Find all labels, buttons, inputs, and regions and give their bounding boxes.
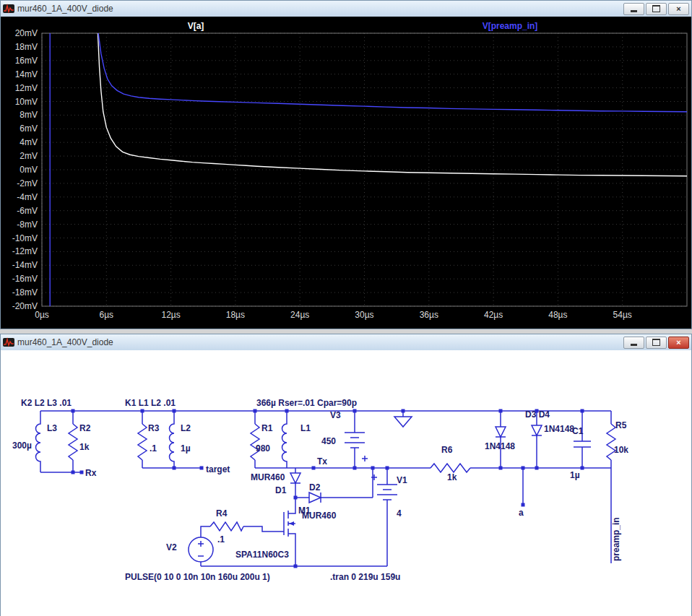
y-tick-label[interactable]: 10mV: [15, 97, 38, 107]
directive-pulse[interactable]: PULSE(0 10 0 10n 10n 160u 200u 1): [125, 572, 270, 582]
label-d1-model[interactable]: MUR460: [251, 472, 285, 482]
y-tick-label[interactable]: 18mV: [15, 42, 38, 52]
y-tick-label[interactable]: -10mV: [12, 233, 38, 243]
label-l2[interactable]: L2: [181, 423, 191, 433]
y-tick-label[interactable]: -16mV: [12, 274, 38, 284]
plot-titlebar[interactable]: mur460_1A_400V_diode ×: [1, 1, 691, 17]
y-tick-label[interactable]: 6mV: [20, 123, 38, 134]
minimize-button[interactable]: [623, 3, 644, 15]
net-stub-a[interactable]: a: [519, 468, 524, 518]
x-tick-label[interactable]: 36µs: [420, 310, 438, 320]
schematic-canvas[interactable]: K2 L2 L3 .01 K1 L1 L2 .01 366µ Rser=.01 …: [1, 350, 691, 616]
label-d3-model[interactable]: 1N4148: [485, 441, 515, 451]
x-tick-label[interactable]: 18µs: [226, 310, 245, 320]
label-l1[interactable]: L1: [300, 423, 311, 433]
waveform-plot-area[interactable]: 20mV18mV16mV14mV12mV10mV8mV6mV4mV2mV0mV-…: [1, 17, 691, 329]
x-tick-label[interactable]: 24µs: [290, 310, 309, 320]
y-tick-label[interactable]: 0mV: [20, 165, 38, 175]
label-m1-model[interactable]: SPA11N60C3: [235, 550, 289, 560]
voltage-source-V1[interactable]: V1 4: [371, 468, 407, 566]
y-tick-label[interactable]: 16mV: [15, 56, 38, 66]
x-tick-label[interactable]: 6µs: [100, 310, 114, 320]
inductor-L1[interactable]: L1: [282, 411, 311, 468]
close-button[interactable]: ×: [668, 3, 689, 15]
label-r3-value[interactable]: .1: [150, 443, 157, 454]
label-v2[interactable]: V2: [166, 542, 177, 552]
label-r3[interactable]: R3: [148, 423, 160, 433]
resistor-R5[interactable]: R5 10k: [607, 411, 628, 468]
y-tick-label[interactable]: -2mV: [17, 178, 38, 188]
y-tick-label[interactable]: -8mV: [17, 220, 38, 230]
plot-frame[interactable]: [42, 33, 687, 306]
label-c1[interactable]: C1: [572, 426, 584, 436]
y-tick-label[interactable]: 20mV: [15, 28, 38, 38]
net-label-rx[interactable]: Rx: [85, 468, 97, 478]
trace-label-preamp-in[interactable]: V[preamp_in]: [470, 21, 550, 31]
label-l1-params[interactable]: 366µ Rser=.01 Cpar=90p: [256, 398, 357, 408]
x-tick-label[interactable]: 54µs: [613, 310, 632, 320]
label-r1-value[interactable]: 980: [256, 443, 270, 454]
ground-symbol[interactable]: [394, 411, 412, 427]
y-tick-label[interactable]: 14mV: [15, 69, 38, 79]
net-label-a[interactable]: a: [519, 508, 524, 518]
diode-D1[interactable]: MUR460 D1: [251, 468, 300, 498]
net-label-preamp-in[interactable]: preamp_in: [611, 517, 621, 561]
label-r1[interactable]: R1: [261, 423, 273, 433]
net-label-tx[interactable]: Tx: [317, 456, 327, 467]
resistor-R6[interactable]: R6 1k: [431, 445, 470, 482]
schematic-canvas-area[interactable]: K2 L2 L3 .01 K1 L1 L2 .01 366µ Rser=.01 …: [1, 350, 691, 616]
close-button[interactable]: ×: [668, 337, 689, 349]
label-r5-value[interactable]: 10k: [614, 445, 628, 455]
y-tick-label[interactable]: -14mV: [12, 260, 38, 270]
inductor-L3[interactable]: L3 300µ: [12, 411, 57, 472]
label-v3[interactable]: V3: [330, 410, 341, 420]
y-tick-label[interactable]: 4mV: [20, 137, 38, 147]
label-r4-value[interactable]: .1: [217, 534, 225, 545]
x-tick-label[interactable]: 30µs: [355, 310, 373, 320]
label-d2[interactable]: D2: [309, 482, 321, 493]
label-d4-model[interactable]: 1N4148: [544, 424, 574, 434]
y-tick-label[interactable]: -6mV: [17, 206, 38, 216]
restore-button[interactable]: [646, 3, 667, 15]
net-label-target[interactable]: target: [206, 464, 230, 474]
x-tick-label[interactable]: 12µs: [161, 310, 180, 320]
diode-D3[interactable]: 1N4148: [485, 411, 515, 468]
label-r4[interactable]: R4: [216, 508, 228, 519]
minimize-button[interactable]: [623, 337, 644, 349]
x-tick-label[interactable]: 0µs: [35, 310, 49, 320]
y-tick-label[interactable]: 8mV: [20, 110, 38, 120]
label-l3[interactable]: L3: [47, 423, 57, 433]
resistor-R3[interactable]: R3 .1: [138, 411, 160, 468]
trace-label-va[interactable]: V[a]: [167, 21, 225, 31]
directive-k2[interactable]: K2 L2 L3 .01: [21, 398, 72, 408]
resistor-R2[interactable]: R2 1k: [69, 411, 91, 472]
wires[interactable]: [40, 411, 611, 566]
directive-tran[interactable]: .tran 0 219u 159u: [330, 572, 400, 582]
label-v1[interactable]: V1: [397, 475, 407, 485]
label-d1[interactable]: D1: [275, 485, 287, 495]
y-tick-label[interactable]: -4mV: [17, 192, 38, 202]
voltage-source-V3[interactable]: V3 450: [321, 410, 368, 468]
restore-button[interactable]: [646, 337, 667, 349]
inductor-L2[interactable]: L2 1µ: [170, 411, 191, 468]
trace-V[preamp_in][interactable]: [98, 33, 687, 112]
y-tick-label[interactable]: -20mV: [12, 301, 38, 311]
trace-V[a][interactable]: [98, 33, 687, 176]
label-v3-value[interactable]: 450: [321, 436, 336, 446]
y-tick-label[interactable]: 12mV: [15, 83, 38, 93]
directive-k1[interactable]: K1 L1 L2 .01: [125, 398, 176, 408]
label-v1-value[interactable]: 4: [397, 508, 402, 519]
label-r2-value[interactable]: 1k: [79, 442, 90, 452]
schematic-titlebar[interactable]: mur460_1A_400V_diode ×: [1, 334, 691, 351]
y-tick-label[interactable]: 2mV: [20, 151, 38, 161]
label-c1-value[interactable]: 1µ: [570, 470, 580, 480]
capacitor-C1[interactable]: C1 1µ: [570, 411, 591, 480]
label-l3-value[interactable]: 300µ: [12, 441, 32, 451]
label-m1[interactable]: M1: [298, 506, 311, 516]
x-tick-label[interactable]: 48µs: [548, 310, 567, 320]
y-tick-label[interactable]: -18mV: [12, 287, 38, 298]
voltage-source-V2[interactable]: V2: [166, 537, 213, 566]
label-r6[interactable]: R6: [441, 445, 453, 455]
y-tick-label[interactable]: -12mV: [12, 246, 38, 256]
label-l2-value[interactable]: 1µ: [181, 443, 191, 454]
